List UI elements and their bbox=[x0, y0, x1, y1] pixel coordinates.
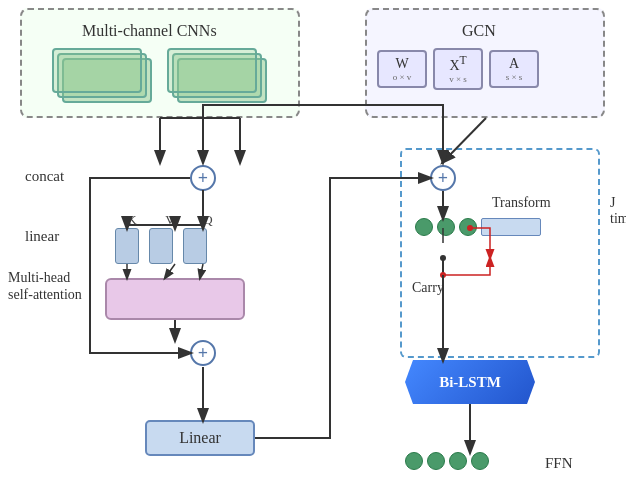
ffn-row bbox=[405, 452, 489, 470]
t-circle-3 bbox=[459, 218, 477, 236]
kvq-labels: K V Q bbox=[120, 212, 220, 228]
circle-plus-bottom-left: + bbox=[190, 340, 216, 366]
q-box bbox=[183, 228, 207, 264]
transform-label: Transform bbox=[492, 195, 551, 211]
bilstm-box: Bi-LSTM bbox=[405, 360, 535, 404]
v-label: V bbox=[158, 212, 182, 228]
matrix-W: Wo × v bbox=[377, 50, 427, 88]
cnn-layer-3 bbox=[52, 48, 142, 93]
right-dashed-box bbox=[400, 148, 600, 358]
k-label: K bbox=[120, 212, 144, 228]
carry-label: Carry bbox=[412, 280, 444, 296]
ffn-circle-4 bbox=[471, 452, 489, 470]
cnn-label: Multi-channel CNNs bbox=[82, 22, 217, 40]
ffn-circle-3 bbox=[449, 452, 467, 470]
svg-line-14 bbox=[200, 264, 203, 278]
mhsa-label: Multi-head self-attention bbox=[8, 270, 88, 304]
concat-label: concat bbox=[25, 168, 64, 185]
gcn-box: GCN Wo × v XTv × s As × s bbox=[365, 8, 605, 118]
v-box bbox=[149, 228, 173, 264]
t-rect bbox=[481, 218, 541, 236]
q-label: Q bbox=[196, 212, 220, 228]
ffn-label: FFN bbox=[545, 455, 573, 472]
mhsa-box bbox=[105, 278, 245, 320]
linear-box: Linear bbox=[145, 420, 255, 456]
kvq-boxes bbox=[115, 228, 207, 264]
t-circle-1 bbox=[415, 218, 433, 236]
matrix-A: As × s bbox=[489, 50, 539, 88]
diagram: Multi-channel CNNs GCN Wo × v XTv × s As… bbox=[0, 0, 626, 500]
svg-line-13 bbox=[165, 264, 175, 278]
cnn-box: Multi-channel CNNs bbox=[20, 8, 300, 118]
j-times-label: J times bbox=[610, 195, 626, 227]
gcn-matrices: Wo × v XTv × s As × s bbox=[377, 48, 539, 90]
t-circle-2 bbox=[437, 218, 455, 236]
ffn-circle-2 bbox=[427, 452, 445, 470]
k-box bbox=[115, 228, 139, 264]
linear-label: linear bbox=[25, 228, 59, 245]
cnn-layer2-3 bbox=[167, 48, 257, 93]
ffn-circle-1 bbox=[405, 452, 423, 470]
matrix-XT: XTv × s bbox=[433, 48, 483, 90]
gcn-label: GCN bbox=[462, 22, 496, 40]
circle-plus-concat: + bbox=[190, 165, 216, 191]
transform-row bbox=[415, 218, 541, 236]
